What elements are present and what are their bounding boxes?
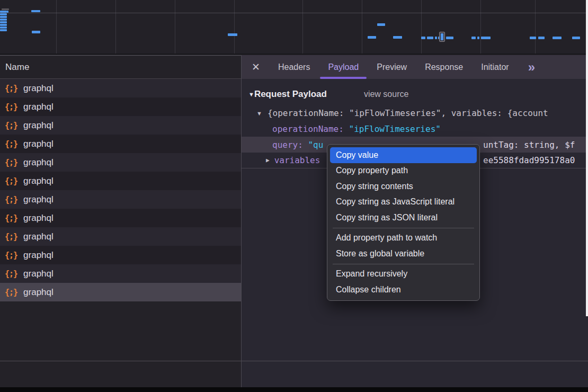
tab-response[interactable]: Response — [425, 55, 463, 79]
request-timing-bar[interactable] — [572, 37, 580, 39]
request-name: graphql — [23, 139, 54, 149]
request-name: graphql — [23, 213, 54, 224]
json-braces-icon: {;} — [5, 176, 17, 186]
menu-item-copy-string-as-json-literal[interactable]: Copy string as JSON literal — [330, 210, 477, 226]
grid-line — [480, 0, 481, 54]
menu-item-copy-property-path[interactable]: Copy property path — [330, 163, 477, 179]
context-menu: Copy valueCopy property pathCopy string … — [327, 144, 480, 301]
request-row[interactable]: {;}graphql — [0, 153, 241, 172]
request-name: graphql — [23, 287, 54, 298]
request-timing-bar[interactable] — [368, 36, 376, 39]
request-timing-bar[interactable] — [393, 36, 402, 39]
panel-divider[interactable] — [241, 55, 242, 387]
request-timing-bar[interactable] — [0, 19, 7, 21]
request-payload-title: Request Payload — [254, 89, 327, 100]
name-column-header[interactable]: Name — [0, 55, 241, 79]
request-row[interactable]: {;}graphql — [0, 264, 241, 283]
grid-line — [56, 0, 57, 54]
request-timing-bar[interactable] — [32, 31, 40, 33]
grid-line — [175, 0, 175, 54]
request-row[interactable]: {;}graphql — [0, 246, 241, 264]
request-timing-bar[interactable] — [0, 11, 7, 13]
request-timing-bar[interactable] — [0, 13, 7, 15]
request-timing-bar[interactable] — [31, 10, 40, 12]
request-timing-bar[interactable] — [421, 37, 425, 39]
menu-item-expand-recursively[interactable]: Expand recursively — [330, 266, 477, 282]
request-row[interactable]: {;}graphql — [0, 116, 241, 135]
request-timing-bar[interactable] — [471, 37, 476, 39]
request-name: graphql — [23, 250, 54, 261]
collapse-triangle-icon[interactable]: ▼ — [248, 91, 254, 97]
request-row[interactable]: {;}graphql — [0, 227, 241, 246]
window-bottom-edge — [0, 387, 588, 392]
request-timing-bar[interactable] — [481, 37, 491, 39]
request-timing-bar[interactable] — [427, 37, 433, 39]
request-timing-bar[interactable] — [553, 37, 562, 39]
request-name: graphql — [23, 120, 54, 131]
request-row[interactable]: {;}graphql — [0, 172, 241, 190]
request-timing-bar[interactable] — [477, 37, 479, 39]
request-payload-section[interactable]: ▼ Request Payload view source — [242, 84, 588, 104]
tab-headers[interactable]: Headers — [278, 55, 310, 79]
payload-summary-row[interactable]: ▼ {operationName: "ipFlowTimeseries", va… — [242, 105, 588, 121]
json-braces-icon: {;} — [5, 213, 17, 223]
request-name: graphql — [23, 83, 54, 94]
json-braces-icon: {;} — [5, 139, 17, 149]
request-timing-bar[interactable] — [228, 33, 237, 36]
request-row[interactable]: {;}graphql — [0, 209, 241, 227]
json-braces-icon: {;} — [5, 102, 17, 112]
json-braces-icon: {;} — [5, 269, 17, 279]
menu-item-store-as-global-variable[interactable]: Store as global variable — [330, 246, 477, 262]
request-timing-bar[interactable] — [0, 26, 7, 29]
request-timing-bar[interactable] — [530, 37, 536, 39]
request-row[interactable]: {;}graphql — [0, 79, 241, 97]
grid-line — [421, 0, 422, 54]
request-timing-bar[interactable] — [0, 21, 7, 23]
menu-item-copy-string-as-javascript-literal[interactable]: Copy string as JavaScript literal — [330, 194, 477, 210]
property-value: "ipFlowTimeseries" — [349, 124, 441, 134]
request-row[interactable]: {;}graphql — [0, 283, 241, 301]
menu-item-copy-value[interactable]: Copy value — [330, 147, 477, 163]
grid-line — [234, 0, 235, 54]
menu-item-collapse-children[interactable]: Collapse children — [330, 282, 477, 298]
name-column-label: Name — [5, 62, 29, 73]
view-source-link[interactable]: view source — [364, 90, 408, 99]
request-row[interactable]: {;}graphql — [0, 135, 241, 153]
property-key: variables — [274, 155, 320, 165]
request-row[interactable]: {;}graphql — [0, 190, 241, 209]
request-name: graphql — [23, 231, 54, 242]
more-tabs-icon[interactable]: » — [528, 60, 534, 75]
menu-separator — [333, 264, 474, 264]
request-name: graphql — [23, 102, 54, 112]
request-name: graphql — [23, 269, 54, 279]
property-key: operationName: — [272, 124, 344, 134]
request-timing-bar[interactable] — [377, 23, 385, 26]
request-timing-bar[interactable] — [0, 16, 7, 18]
json-braces-icon: {;} — [5, 158, 17, 167]
expand-triangle-icon[interactable]: ▶ — [266, 157, 270, 164]
request-timing-bar[interactable] — [538, 37, 545, 39]
payload-summary-text: {operationName: "ipFlowTimeseries", vari… — [268, 108, 548, 118]
request-timing-bar[interactable] — [435, 37, 437, 39]
property-value-continuation: untTag: string, $f — [483, 140, 575, 150]
request-name: graphql — [23, 176, 54, 186]
request-timing-bar[interactable] — [2, 8, 9, 10]
selected-request-bar — [441, 33, 443, 40]
request-timing-bar[interactable] — [7, 11, 8, 13]
tab-initiator[interactable]: Initiator — [481, 55, 509, 79]
operation-name-row[interactable]: operationName: "ipFlowTimeseries" — [242, 121, 588, 137]
request-row[interactable]: {;}graphql — [0, 97, 241, 116]
tab-payload[interactable]: Payload — [328, 55, 359, 79]
selected-request-marker[interactable] — [439, 32, 445, 42]
menu-item-add-property-path-to-watch[interactable]: Add property path to watch — [330, 230, 477, 246]
network-overview-strip[interactable] — [0, 0, 588, 55]
menu-item-copy-string-contents[interactable]: Copy string contents — [330, 179, 477, 194]
request-timing-bar[interactable] — [0, 29, 7, 31]
property-value-start: "qu — [308, 140, 323, 150]
devtools-network-panel: Name {;}graphql{;}graphql{;}graphql{;}gr… — [0, 0, 588, 392]
close-icon[interactable]: ✕ — [252, 62, 260, 72]
request-timing-bar[interactable] — [0, 24, 7, 26]
tab-preview[interactable]: Preview — [377, 55, 407, 79]
request-timing-bar[interactable] — [446, 37, 453, 39]
collapse-triangle-icon[interactable]: ▼ — [256, 110, 262, 117]
